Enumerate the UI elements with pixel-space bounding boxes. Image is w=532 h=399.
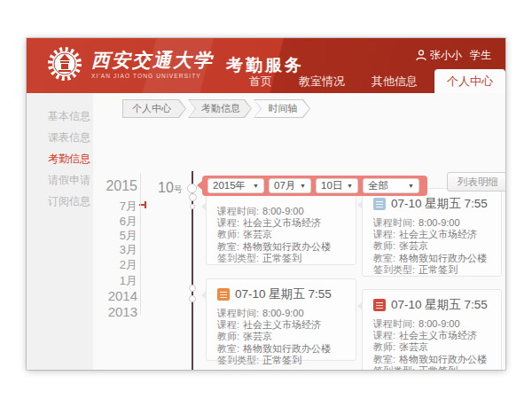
type-select[interactable]: 全部▼ (363, 178, 419, 193)
timeline-year-2013[interactable]: 2013 (108, 304, 137, 319)
timeline-dot (190, 204, 195, 209)
attendance-card[interactable]: 课程时间:8:00-9:00 课程:社会主义市场经济 教师:张芸京 教室:格物致… (206, 190, 356, 265)
timeline-month-jan[interactable]: 1月 (120, 273, 137, 289)
user-icon (416, 50, 426, 61)
card-field: 课程时间:8:00-9:00 (373, 217, 490, 229)
card-field: 课程时间:8:00-9:00 (217, 206, 345, 217)
calendar-icon (217, 288, 230, 301)
card-field: 课程:社会主义市场经济 (373, 229, 490, 240)
card-field: 课程时间:8:00-9:00 (373, 318, 490, 330)
timeline-year-2014[interactable]: 2014 (108, 288, 137, 303)
card-field: 教师:张芸京 (373, 341, 490, 353)
card-field: 签到类型:正常签到 (373, 264, 490, 276)
breadcrumb: 个人中心 考勤信息 时间轴 (122, 99, 312, 118)
chevron-down-icon: ▼ (408, 183, 414, 189)
attendance-card[interactable]: 07-10 星期五 7:55 课程时间:8:00-9:00 课程:社会主义市场经… (206, 278, 356, 361)
attendance-card[interactable]: 07-10 星期五 7:55 课程时间:8:00-9:00 课程:社会主义市场经… (362, 289, 502, 370)
day-label-10: 10号 (158, 180, 183, 196)
card-field: 教室:格物致知行政办公楼 (217, 343, 345, 355)
month-select[interactable]: 07月▼ (269, 178, 311, 193)
university-logo-icon (46, 45, 83, 82)
card-field: 课程:社会主义市场经济 (217, 319, 345, 331)
card-field: 教师:张芸京 (217, 331, 345, 342)
nav-item-other[interactable]: 其他信息 (358, 69, 431, 93)
content-area: 基本信息 课表信息 考勤信息 请假申请 订阅信息 个人中心 考勤信息 时间轴 2… (27, 93, 505, 370)
sidebar-item-attendance[interactable]: 考勤信息 (27, 148, 93, 169)
timeline-dot (189, 285, 196, 292)
card-title: 07-10 星期五 7:55 (391, 297, 488, 313)
card-field: 教室:格物致知行政办公楼 (373, 354, 490, 365)
calendar-icon (373, 198, 386, 210)
list-detail-button[interactable]: 列表明细 (447, 172, 505, 192)
timeline-dot (189, 193, 197, 201)
university-name-en: XI'AN JIAO TONG UNIVERSITY (91, 73, 214, 79)
calendar-icon (373, 299, 386, 311)
timeline-month-mar[interactable]: 3月 (120, 242, 137, 258)
main-nav: 首页 教室情况 其他信息 个人中心 (236, 69, 505, 93)
nav-item-personal-center[interactable]: 个人中心 (434, 69, 505, 93)
card-field: 签到类型:正常签到 (373, 365, 490, 370)
timeline-year-2015[interactable]: 2015 (106, 178, 137, 194)
card-field: 课程:社会主义市场经济 (217, 217, 345, 229)
timeline-month-feb[interactable]: 2月 (120, 257, 137, 273)
chevron-down-icon: ▼ (253, 183, 259, 189)
card-field: 教室:格物致知行政办公楼 (373, 253, 490, 264)
breadcrumb-personal-center[interactable]: 个人中心 (122, 99, 186, 118)
year-select[interactable]: 2015年▼ (207, 178, 264, 193)
user-info[interactable]: 张小小 学生 (416, 48, 491, 63)
chevron-down-icon: ▼ (300, 183, 306, 189)
card-title: 07-10 星期五 7:55 (235, 286, 332, 302)
card-title: 07-10 星期五 7:55 (391, 196, 488, 212)
breadcrumb-timeline[interactable]: 时间轴 (254, 99, 310, 118)
timeline-month-jul[interactable]: 7月 (120, 199, 137, 215)
app-header: 西安交通大学 XI'AN JIAO TONG UNIVERSITY 考勤服务 张… (27, 38, 505, 93)
nav-item-classrooms[interactable]: 教室情况 (286, 69, 358, 93)
attendance-card[interactable]: 07-10 星期五 7:55 课程时间:8:00-9:00 课程:社会主义市场经… (362, 188, 502, 277)
card-field: 教师:张芸京 (373, 240, 490, 252)
timeline-dot (187, 184, 197, 193)
sidebar-item-schedule[interactable]: 课表信息 (27, 127, 93, 148)
card-field: 签到类型:正常签到 (217, 253, 345, 264)
timeline-dot (189, 295, 196, 302)
breadcrumb-attendance[interactable]: 考勤信息 (188, 99, 252, 118)
sidebar-item-basic-info[interactable]: 基本信息 (27, 106, 93, 127)
chevron-down-icon: ▼ (347, 183, 353, 189)
user-role: 学生 (470, 48, 491, 63)
nav-item-home[interactable]: 首页 (236, 69, 286, 93)
card-field: 课程时间:8:00-9:00 (217, 308, 345, 319)
card-field: 签到类型:正常签到 (217, 355, 345, 366)
card-field: 教室:格物致知行政办公楼 (217, 241, 345, 253)
day-select[interactable]: 10日▼ (316, 178, 358, 193)
filter-bar: 2015年▼ 07月▼ 10日▼ 全部▼ (202, 176, 427, 196)
user-name: 张小小 (430, 48, 462, 63)
sidebar-item-leave-request[interactable]: 请假申请 (27, 169, 93, 191)
sidebar: 基本信息 课表信息 考勤信息 请假申请 订阅信息 (27, 93, 93, 370)
sidebar-item-subscription[interactable]: 订阅信息 (27, 191, 93, 212)
year-column-divider (140, 173, 141, 315)
card-field: 教师:张芸京 (217, 229, 345, 240)
card-field: 课程:社会主义市场经济 (373, 330, 490, 341)
university-name-cn: 西安交通大学 (91, 50, 214, 71)
app-window: 西安交通大学 XI'AN JIAO TONG UNIVERSITY 考勤服务 张… (27, 38, 505, 370)
